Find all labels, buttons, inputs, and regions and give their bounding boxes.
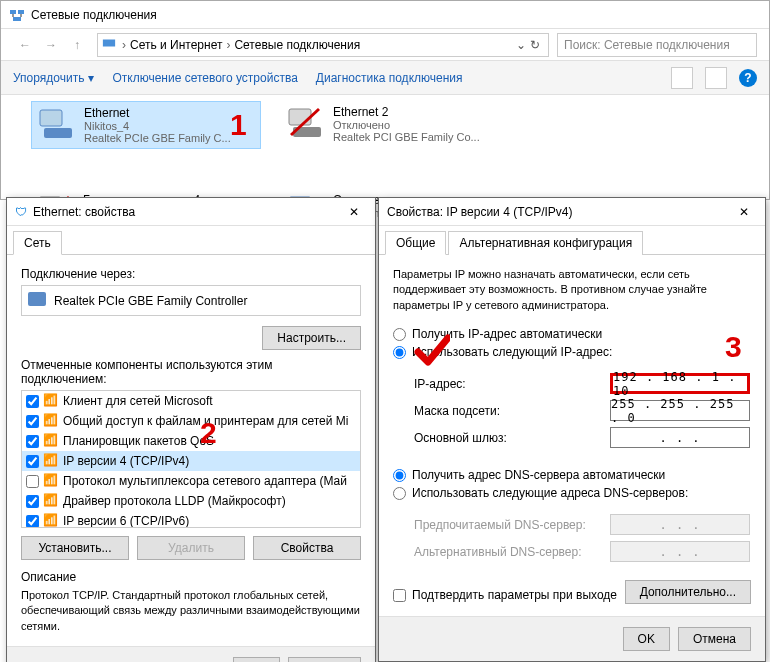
ethernet-properties-dialog: 🛡 Ethernet: свойства ✕ Сеть Подключение …	[6, 197, 376, 662]
help-icon[interactable]: ?	[739, 69, 757, 87]
nic-icon	[285, 105, 325, 141]
search-placeholder: Поиск: Сетевые подключения	[564, 38, 730, 52]
ok-button[interactable]: OK	[233, 657, 280, 662]
crumb-network[interactable]: Сеть и Интернет	[128, 38, 224, 52]
annotation-checkmark	[414, 332, 450, 371]
component-icon: 📶	[43, 513, 59, 528]
component-item[interactable]: 📶Драйвер протокола LLDP (Майкрософт)	[22, 491, 360, 511]
ip-address-input[interactable]: 192 . 168 . 1 . 10	[610, 373, 750, 394]
window-title: Сетевые подключения	[31, 8, 157, 22]
component-item[interactable]: 📶IP версии 6 (TCP/IPv6)	[22, 511, 360, 528]
tabs: Сеть	[7, 226, 375, 255]
svg-rect-8	[289, 109, 311, 125]
back-button[interactable]: ←	[13, 33, 37, 57]
dialog-title: Свойства: IP версии 4 (TCP/IPv4)	[387, 205, 731, 219]
svg-rect-7	[44, 128, 72, 138]
svg-rect-0	[10, 10, 16, 14]
ip-address-row: IP-адрес: 192 . 168 . 1 . 10	[414, 370, 750, 397]
close-button[interactable]: ✕	[341, 202, 367, 222]
disable-device-button[interactable]: Отключение сетевого устройства	[112, 71, 297, 85]
chevron-right-icon: ›	[120, 38, 128, 52]
component-icon: 📶	[43, 433, 59, 449]
install-button[interactable]: Установить...	[21, 536, 129, 560]
component-item[interactable]: 📶Протокол мультиплексора сетевого адапте…	[22, 471, 360, 491]
svg-rect-6	[40, 110, 62, 126]
chevron-right-icon: ›	[224, 38, 232, 52]
properties-button[interactable]: Свойства	[253, 536, 361, 560]
svg-rect-2	[13, 17, 21, 21]
shield-icon: 🛡	[15, 205, 27, 219]
connection-ethernet2[interactable]: Ethernet 2 Отключено Realtek PCI GBE Fam…	[281, 101, 511, 149]
advanced-button[interactable]: Дополнительно...	[625, 580, 751, 604]
dns1-row: Предпочитаемый DNS-сервер: . . .	[414, 511, 750, 538]
titlebar[interactable]: Сетевые подключения	[1, 1, 769, 29]
network-connections-window: Сетевые подключения ← → ↑ › Сеть и Интер…	[0, 0, 770, 200]
dns2-row: Альтернативный DNS-сервер: . . .	[414, 538, 750, 565]
description-label: Описание	[21, 570, 361, 584]
gateway-row: Основной шлюз: . . .	[414, 424, 750, 451]
crumb-connections[interactable]: Сетевые подключения	[232, 38, 362, 52]
dns2-input: . . .	[610, 541, 750, 562]
subnet-mask-input[interactable]: 255 . 255 . 255 . 0	[610, 400, 750, 421]
command-bar: Упорядочить ▾ Отключение сетевого устрой…	[1, 61, 769, 95]
forward-button[interactable]: →	[39, 33, 63, 57]
subnet-mask-row: Маска подсети: 255 . 255 . 255 . 0	[414, 397, 750, 424]
view-tiles-button[interactable]	[671, 67, 693, 89]
component-ipv4[interactable]: 📶IP версии 4 (TCP/IPv4)	[22, 451, 360, 471]
dns1-input: . . .	[610, 514, 750, 535]
info-text: Параметры IP можно назначать автоматичес…	[393, 267, 751, 313]
tab-general[interactable]: Общие	[385, 231, 446, 255]
search-input[interactable]: Поиск: Сетевые подключения	[557, 33, 757, 57]
connection-ethernet[interactable]: Ethernet Nikitos_4 Realtek PCIe GBE Fami…	[31, 101, 261, 149]
component-icon: 📶	[43, 393, 59, 409]
component-checkbox[interactable]	[26, 455, 39, 468]
dns1-label: Предпочитаемый DNS-сервер:	[414, 518, 610, 532]
radio-dns-auto[interactable]: Получить адрес DNS-сервера автоматически	[393, 466, 751, 484]
cancel-button[interactable]: Отмена	[288, 657, 361, 662]
network-icon	[102, 36, 116, 53]
ok-button[interactable]: OK	[623, 627, 670, 651]
dialog-titlebar[interactable]: Свойства: IP версии 4 (TCP/IPv4) ✕	[379, 198, 765, 226]
close-button[interactable]: ✕	[731, 202, 757, 222]
organize-button[interactable]: Упорядочить ▾	[13, 71, 94, 85]
nav-buttons: ← → ↑	[13, 33, 89, 57]
radio-dns-manual[interactable]: Использовать следующие адреса DNS-сервер…	[393, 484, 751, 502]
gateway-label: Основной шлюз:	[414, 431, 610, 445]
diagnose-button[interactable]: Диагностика подключения	[316, 71, 463, 85]
tabs: Общие Альтернативная конфигурация	[379, 226, 765, 255]
component-checkbox[interactable]	[26, 495, 39, 508]
component-item[interactable]: 📶Клиент для сетей Microsoft	[22, 391, 360, 411]
svg-rect-1	[18, 10, 24, 14]
up-button[interactable]: ↑	[65, 33, 89, 57]
tab-network[interactable]: Сеть	[13, 231, 62, 255]
gateway-input[interactable]: . . .	[610, 427, 750, 448]
dns2-label: Альтернативный DNS-сервер:	[414, 545, 610, 559]
dialog-titlebar[interactable]: 🛡 Ethernet: свойства ✕	[7, 198, 375, 226]
tab-alternate[interactable]: Альтернативная конфигурация	[448, 231, 643, 255]
components-label: Отмеченные компоненты используются этим …	[21, 358, 361, 386]
remove-button: Удалить	[137, 536, 245, 560]
address-bar: ← → ↑ › Сеть и Интернет › Сетевые подклю…	[1, 29, 769, 61]
breadcrumb[interactable]: › Сеть и Интернет › Сетевые подключения …	[97, 33, 549, 57]
chevron-down-icon: ▾	[88, 71, 94, 85]
connect-using-label: Подключение через:	[21, 267, 361, 281]
component-icon: 📶	[43, 493, 59, 509]
dropdown-icon[interactable]: ⌄	[516, 38, 526, 52]
component-checkbox[interactable]	[26, 475, 39, 488]
refresh-icon[interactable]: ↻	[526, 38, 544, 52]
validate-checkbox[interactable]: Подтвердить параметры при выходе	[393, 588, 617, 602]
view-details-button[interactable]	[705, 67, 727, 89]
ipv4-properties-dialog: Свойства: IP версии 4 (TCP/IPv4) ✕ Общие…	[378, 197, 766, 662]
component-item[interactable]: 📶Планировщик пакетов QoS	[22, 431, 360, 451]
ip-address-label: IP-адрес:	[414, 377, 610, 391]
component-checkbox[interactable]	[26, 395, 39, 408]
cancel-button[interactable]: Отмена	[678, 627, 751, 651]
configure-button[interactable]: Настроить...	[262, 326, 361, 350]
component-item[interactable]: 📶Общий доступ к файлам и принтерам для с…	[22, 411, 360, 431]
component-checkbox[interactable]	[26, 515, 39, 528]
components-list[interactable]: 📶Клиент для сетей Microsoft 📶Общий досту…	[21, 390, 361, 528]
component-checkbox[interactable]	[26, 435, 39, 448]
adapter-box: Realtek PCIe GBE Family Controller	[21, 285, 361, 316]
component-checkbox[interactable]	[26, 415, 39, 428]
nic-icon	[28, 292, 46, 309]
